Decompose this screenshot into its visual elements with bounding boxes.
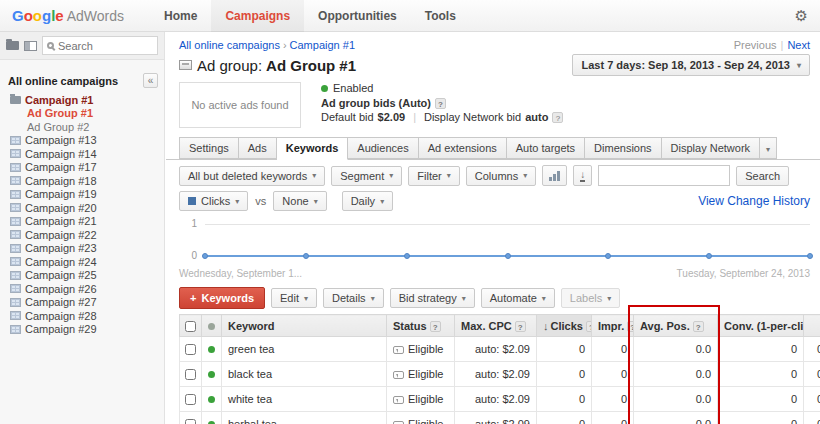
help-icon[interactable]: ? [586,321,592,332]
sidebar-item-campaign[interactable]: Campaign #13 [0,134,164,148]
tab-dimensions[interactable]: Dimensions [585,137,661,159]
breadcrumb-campaign-link[interactable]: Campaign #1 [290,39,355,51]
row-checkbox[interactable] [185,394,196,405]
plus-icon: + [190,292,196,304]
keyword-text[interactable]: white tea [228,393,272,405]
bid-strategy-dropdown[interactable]: Bid strategy▾ [390,288,475,308]
row-checkbox[interactable] [185,369,196,380]
chart-point[interactable] [807,253,813,259]
columns-dropdown[interactable]: Columns▾ [466,166,536,186]
toggle-graph-button[interactable] [542,165,567,186]
sidebar-item-campaign[interactable]: Campaign #18 [0,174,164,188]
google-adwords-logo[interactable]: GoogleAdWords [12,7,124,24]
tab-settings[interactable]: Settings [179,137,239,159]
previous-link[interactable]: Previous [734,39,777,51]
sidebar-item-campaign[interactable]: Campaign #23 [0,242,164,256]
keyword-text[interactable]: green tea [228,343,274,355]
sidebar-item-campaign[interactable]: Campaign #19 [0,188,164,202]
tab-auto-targets[interactable]: Auto targets [507,137,585,159]
search-button[interactable]: Search [736,166,789,186]
column-header-max-cpc[interactable]: Max. CPC? [455,315,537,337]
column-header-cutoff[interactable] [804,315,820,337]
column-header-status[interactable]: Status? [387,315,455,337]
folder-view-icon[interactable] [6,41,19,50]
help-icon[interactable]: ? [430,321,441,332]
bids-title-label: Ad group bids (Auto) [321,97,431,109]
next-link[interactable]: Next [787,39,810,51]
column-header-avg-position[interactable]: Avg. Pos.? [634,315,718,337]
chart-point[interactable] [505,253,511,259]
sidebar-item-campaign[interactable]: Campaign #17 [0,161,164,175]
primary-metric-dropdown[interactable]: Clicks▾ [179,191,248,211]
help-icon[interactable]: ? [693,321,704,332]
download-button[interactable]: ↓ [573,165,592,186]
keyword-text[interactable]: black tea [228,368,272,380]
nav-home[interactable]: Home [150,0,211,32]
keyword-cell[interactable]: white tea [222,387,387,412]
sidebar-item-campaign[interactable]: Campaign #29 [0,323,164,337]
edit-dropdown[interactable]: Edit▾ [271,288,317,308]
granularity-dropdown[interactable]: Daily▾ [342,191,393,211]
nav-campaigns[interactable]: Campaigns [211,0,304,32]
column-header-impressions[interactable]: Impr.? [592,315,634,337]
automate-dropdown[interactable]: Automate▾ [481,288,555,308]
row-checkbox[interactable] [185,419,196,424]
column-header-clicks[interactable]: ↓Clicks? [537,315,592,337]
keyword-text[interactable]: herbal tea [228,418,277,424]
all-campaigns-label[interactable]: All online campaigns [8,75,118,87]
chart-point[interactable] [202,253,208,259]
sidebar-item-ad-group-1[interactable]: Ad Group #1 [0,107,164,121]
sidebar-item-campaign[interactable]: Campaign #27 [0,296,164,310]
tab-display-network[interactable]: Display Network [662,137,760,159]
view-filter-dropdown[interactable]: All but deleted keywords▾ [179,166,325,186]
chart-point[interactable] [303,253,309,259]
breadcrumb-root-link[interactable]: All online campaigns [179,39,280,51]
row-checkbox[interactable] [185,344,196,355]
keyword-cell[interactable]: green tea [222,337,387,362]
date-range-selector[interactable]: Last 7 days: Sep 18, 2013 - Sep 24, 2013… [572,54,810,76]
help-icon[interactable]: ? [552,112,563,123]
add-keywords-button[interactable]: +Keywords [179,287,265,309]
chart-point[interactable] [404,253,410,259]
row-status-dot-cell [202,412,222,424]
sidebar-item-campaign[interactable]: Campaign #20 [0,201,164,215]
segment-dropdown[interactable]: Segment▾ [331,166,402,186]
more-tabs-button[interactable]: ▾ [760,137,777,159]
tab-ads[interactable]: Ads [239,137,277,159]
sidebar-item-campaign[interactable]: Campaign #25 [0,269,164,283]
sidebar-item-label: Campaign #17 [25,161,97,173]
sidebar-item-ad-group-2[interactable]: Ad Group #2 [0,120,164,134]
nav-tools[interactable]: Tools [411,0,470,32]
collapse-sidebar-button[interactable]: « [143,73,158,88]
sidebar-item-campaign[interactable]: Campaign #28 [0,309,164,323]
labels-dropdown[interactable]: Labels▾ [561,288,620,308]
view-change-history-link[interactable]: View Change History [698,194,810,208]
tab-audiences[interactable]: Audiences [348,137,418,159]
avg-position-cell: 0.0 [634,337,718,362]
sidebar-item-campaign[interactable]: Campaign #24 [0,255,164,269]
details-dropdown[interactable]: Details▾ [323,288,384,308]
help-icon[interactable]: ? [515,321,526,332]
tab-keywords[interactable]: Keywords [277,137,349,160]
sidebar-item-campaign[interactable]: Campaign #21 [0,215,164,229]
conversions-cell: 0 [718,362,804,387]
sidebar-search-input[interactable] [58,40,153,52]
column-header-keyword[interactable]: Keyword [222,315,387,337]
split-view-icon[interactable] [24,41,37,51]
sidebar-item-campaign-1[interactable]: Campaign #1 [0,93,164,107]
tab-ad-extensions[interactable]: Ad extensions [419,137,507,159]
keyword-search-input[interactable] [598,165,730,186]
sidebar-item-campaign[interactable]: Campaign #26 [0,282,164,296]
sidebar-item-campaign[interactable]: Campaign #14 [0,147,164,161]
select-all-checkbox[interactable] [185,321,196,332]
column-header-conversions[interactable]: Conv. (1-per-click)? [718,315,804,337]
help-icon[interactable]: ? [435,98,446,109]
secondary-metric-dropdown[interactable]: None▾ [273,191,326,211]
help-icon[interactable]: ? [627,321,633,332]
keyword-cell[interactable]: black tea [222,362,387,387]
sidebar-item-campaign[interactable]: Campaign #22 [0,228,164,242]
gear-icon[interactable]: ⚙ [795,7,808,25]
filter-dropdown[interactable]: Filter▾ [408,166,459,186]
nav-opportunities[interactable]: Opportunities [304,0,411,32]
keyword-cell[interactable]: herbal tea [222,412,387,424]
